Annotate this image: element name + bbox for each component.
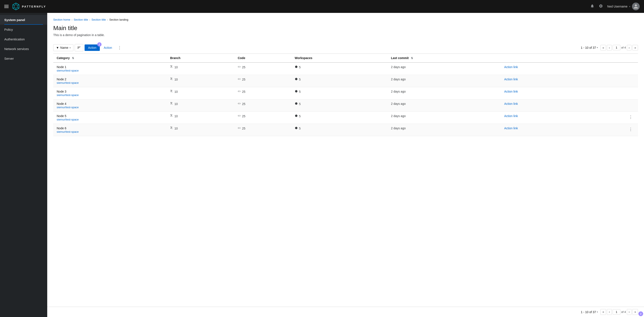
sort-icon-category[interactable]: ⇅ <box>72 57 74 60</box>
action-link-1[interactable]: Action link <box>504 78 518 81</box>
cell-row-kebab-5: ⋮ <box>582 124 638 136</box>
action-link-button[interactable]: Action <box>101 45 115 51</box>
cell-category-5: Node 6 siemur/test-space <box>53 124 166 136</box>
count-caret-top[interactable]: ▾ <box>597 46 598 49</box>
node-link-2[interactable]: siemur/test-space <box>57 93 79 97</box>
page-prev-bottom[interactable]: ‹ <box>607 309 612 315</box>
toolbar-kebab[interactable]: ⋮ <box>116 45 124 51</box>
branch-icon-1 <box>170 78 173 81</box>
breadcrumb-section1[interactable]: Section title <box>74 18 88 21</box>
gear-icon[interactable] <box>599 4 603 9</box>
data-table: Category ⇅ Branch Code Workspaces <box>53 54 638 136</box>
cell-action-link-1: Action link <box>501 75 582 87</box>
sort-icon-last-commit[interactable]: ⇅ <box>411 57 413 60</box>
cell-last-commit-3: 2 days ago <box>388 99 501 112</box>
page-first-top[interactable]: « <box>600 45 606 51</box>
sidebar-label-system-panel: System panel <box>4 18 25 22</box>
username: Ned Username <box>607 5 628 8</box>
sidebar-item-system-panel[interactable]: System panel <box>0 15 47 25</box>
filter-button[interactable]: ▼ Name ▾ <box>53 44 74 51</box>
node-link-4[interactable]: siemur/test-space <box>57 118 79 121</box>
node-link-5[interactable]: siemur/test-space <box>57 130 79 133</box>
workspace-count-4: 5 <box>299 115 301 118</box>
node-name-1: Node 2 <box>57 78 163 81</box>
sidebar-label-authentication: Authentication <box>4 37 25 41</box>
cell-code-4: 25 <box>234 112 291 124</box>
action-link-4[interactable]: Action link <box>504 114 518 118</box>
count-caret-bottom[interactable]: ▾ <box>597 311 598 313</box>
sidebar-item-network-services[interactable]: Network services <box>0 44 47 54</box>
action-link-5[interactable]: Action link <box>504 127 518 130</box>
filter-icon: ▼ <box>56 46 59 49</box>
nav-icons: Ned Username ▾ <box>590 3 640 10</box>
svg-line-4 <box>18 8 19 8</box>
cell-code-1: 25 <box>234 75 291 87</box>
table-header: Category ⇅ Branch Code Workspaces <box>53 54 638 63</box>
row-kebab-5[interactable]: ⋮ <box>627 127 634 132</box>
sort-button[interactable] <box>75 44 83 51</box>
cell-last-commit-0: 2 days ago <box>388 63 501 75</box>
table-container: Category ⇅ Branch Code Workspaces <box>53 54 638 136</box>
table-row: Node 5 siemur/test-space 10 25 <box>53 112 638 124</box>
action-link-3[interactable]: Action link <box>504 102 518 105</box>
page-next-top[interactable]: › <box>627 45 632 51</box>
app-body: System panel Policy Authentication Netwo… <box>0 13 644 317</box>
sidebar-item-policy[interactable]: Policy <box>0 25 47 34</box>
table-row: Node 1 siemur/test-space 10 25 <box>53 63 638 75</box>
col-kebab <box>582 54 638 63</box>
sidebar-item-server[interactable]: Server <box>0 54 47 63</box>
pagination-top: 1 - 10 of 37 ▾ « ‹ of 4 › » <box>581 45 638 51</box>
sidebar: System panel Policy Authentication Netwo… <box>0 13 47 317</box>
cell-branch-0: 10 <box>166 63 234 75</box>
cell-workspaces-3: 5 <box>291 99 388 112</box>
count-label-bottom: 1 - 10 of 37 <box>581 310 596 314</box>
breadcrumb-section2[interactable]: Section title <box>92 18 106 21</box>
page-prev-top[interactable]: ‹ <box>607 45 612 51</box>
breadcrumb-sep-3: › <box>107 19 108 21</box>
hamburger-menu[interactable] <box>4 5 8 8</box>
sidebar-label-policy: Policy <box>4 28 13 31</box>
page-input-top[interactable] <box>613 45 620 50</box>
bell-icon[interactable] <box>590 4 594 9</box>
code-count-0: 25 <box>242 66 245 69</box>
code-icon-0 <box>238 65 241 69</box>
branch-icon-4 <box>170 114 173 118</box>
of-label-top: of 4 <box>621 46 626 49</box>
node-link-1[interactable]: siemur/test-space <box>57 81 79 84</box>
page-last-bottom[interactable]: » <box>632 309 638 315</box>
sidebar-label-server: Server <box>4 57 14 60</box>
cell-last-commit-4: 2 days ago <box>388 112 501 124</box>
workspace-icon-2 <box>295 90 298 93</box>
cell-code-5: 25 <box>234 124 291 136</box>
cell-last-commit-1: 2 days ago <box>388 75 501 87</box>
col-last-commit: Last commit ⇅ <box>388 54 501 63</box>
action-link-0[interactable]: Action link <box>504 65 518 69</box>
node-link-3[interactable]: siemur/test-space <box>57 106 79 109</box>
svg-line-7 <box>13 5 14 6</box>
page-first-bottom[interactable]: « <box>600 309 606 315</box>
cell-code-2: 25 <box>234 87 291 99</box>
action-link-2[interactable]: Action link <box>504 90 518 93</box>
breadcrumb-home[interactable]: Section home <box>53 18 70 21</box>
toolbar-right: 1 - 10 of 37 ▾ « ‹ of 4 › » <box>581 45 638 51</box>
user-menu[interactable]: Ned Username ▾ <box>607 3 640 10</box>
page-last-top[interactable]: » <box>632 45 638 51</box>
workspace-count-3: 5 <box>299 102 301 106</box>
branch-count-0: 10 <box>174 66 178 69</box>
branch-count-3: 10 <box>174 102 178 106</box>
toolbar-top: ▼ Name ▾ Action 1 Action ⋮ <box>53 42 638 54</box>
node-name-2: Node 3 <box>57 90 163 93</box>
cell-row-kebab-2 <box>582 87 638 99</box>
branch-icon-5 <box>170 127 173 130</box>
row-kebab-4[interactable]: ⋮ <box>627 114 634 120</box>
cell-category-2: Node 3 siemur/test-space <box>53 87 166 99</box>
cell-workspaces-0: 5 <box>291 63 388 75</box>
cell-workspaces-1: 5 <box>291 75 388 87</box>
sidebar-item-authentication[interactable]: Authentication <box>0 34 47 44</box>
page-input-bottom[interactable] <box>613 309 620 315</box>
workspace-count-5: 5 <box>299 127 301 130</box>
page-next-bottom[interactable]: › <box>627 309 632 315</box>
node-link-0[interactable]: siemur/test-space <box>57 69 79 72</box>
cell-code-3: 25 <box>234 99 291 112</box>
code-icon-5 <box>238 127 241 130</box>
